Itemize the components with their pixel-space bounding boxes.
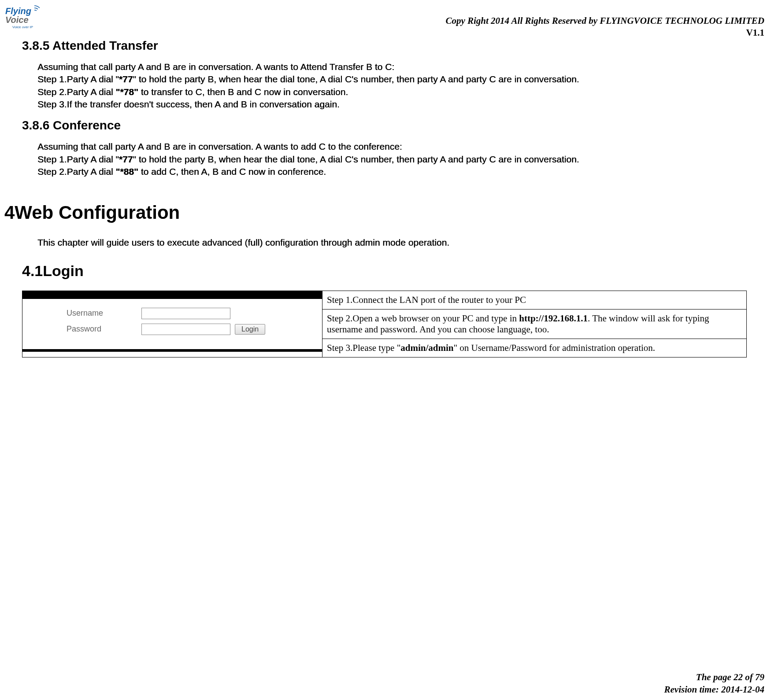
username-label: Username xyxy=(67,309,141,318)
svg-text:Flying: Flying xyxy=(5,6,31,16)
heading-3-8-5: 3.8.5 Attended Transfer xyxy=(22,39,764,53)
step1-cell: Step 1.Connect the LAN port of the route… xyxy=(322,291,747,309)
black-bar-bottom xyxy=(22,349,322,352)
heading-3-8-6: 3.8.6 Conference xyxy=(22,118,764,133)
step1a-386: Step 1.Party A dial " xyxy=(37,154,119,164)
step2a-386: Step 2.Party A dial xyxy=(37,166,115,177)
step2b-385: to transfer to C, then B and C now in co… xyxy=(138,87,348,97)
intro-385: Assuming that call party A and B are in … xyxy=(37,62,394,72)
login-form-mock: Username Password Login xyxy=(22,291,322,352)
step2b-386: to add C, then A, B and C now in confere… xyxy=(138,166,326,177)
s3a: Step 3.Please type " xyxy=(327,343,400,353)
heading-chapter-4: 4Web Configuration xyxy=(4,202,764,223)
chapter-4-intro: This chapter will guide users to execute… xyxy=(37,236,747,249)
step2code-386: "*88" xyxy=(115,166,138,177)
step1a-385: Step 1.Party A dial " xyxy=(37,74,119,84)
page-number: The page 22 of 79 xyxy=(664,671,764,683)
login-instructions-table: Username Password Login Step 1.Connect t… xyxy=(22,291,747,357)
black-bar-top xyxy=(22,291,322,299)
s2a: Step 2.Open a web browser on your PC and… xyxy=(327,313,519,324)
username-input[interactable] xyxy=(141,308,230,319)
flyingvoice-logo-icon: Flying Voice Voice over IP xyxy=(4,4,48,31)
step1code-385: *77 xyxy=(119,74,133,84)
svg-text:Voice: Voice xyxy=(5,15,29,25)
heading-4-1: 4.1Login xyxy=(22,262,764,280)
table-row: Username Password Login Step 1.Connect t… xyxy=(22,291,747,309)
body-3-8-5: Assuming that call party A and B are in … xyxy=(37,61,747,111)
password-label: Password xyxy=(67,324,141,334)
step2-cell: Step 2.Open a web browser on your PC and… xyxy=(322,309,747,339)
login-button[interactable]: Login xyxy=(235,324,265,335)
copyright-text: Copy Right 2014 All Rights Reserved by F… xyxy=(445,15,764,26)
step1b-385: " to hold the party B, when hear the dia… xyxy=(133,74,579,84)
step2code-385: "*78" xyxy=(115,87,138,97)
document-page: Flying Voice Voice over IP Copy Right 20… xyxy=(0,0,782,700)
s2url: http://192.168.1.1 xyxy=(519,313,588,324)
step3-385: Step 3.If the transfer doesn't success, … xyxy=(37,99,340,109)
password-row: Password Login xyxy=(67,324,309,335)
intro-386: Assuming that call party A and B are in … xyxy=(37,141,402,151)
document-header-right: Copy Right 2014 All Rights Reserved by F… xyxy=(445,15,764,38)
version-text: V1.1 xyxy=(445,27,764,38)
login-form-body: Username Password Login xyxy=(22,299,322,349)
step2a-385: Step 2.Party A dial xyxy=(37,87,115,97)
login-screenshot-cell: Username Password Login xyxy=(22,291,322,357)
step1code-386: *77 xyxy=(119,154,133,164)
revision-time: Revision time: 2014-12-04 xyxy=(664,684,764,696)
password-input[interactable] xyxy=(141,324,230,335)
s3cred: admin/admin xyxy=(400,343,453,353)
step3-cell: Step 3.Please type "admin/admin" on User… xyxy=(322,339,747,357)
s3b: " on Username/Password for administratio… xyxy=(453,343,655,353)
body-3-8-6: Assuming that call party A and B are in … xyxy=(37,140,747,178)
username-row: Username xyxy=(67,308,309,319)
document-footer: The page 22 of 79 Revision time: 2014-12… xyxy=(664,671,764,696)
svg-text:Voice over IP: Voice over IP xyxy=(12,25,33,29)
step1b-386: " to hold the party B, when hear the dia… xyxy=(133,154,579,164)
